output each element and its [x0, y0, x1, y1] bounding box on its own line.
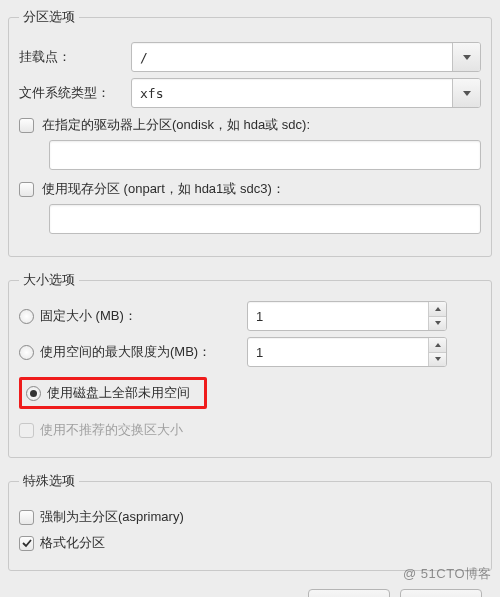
fixed-row: 固定大小 (MB)： 1	[19, 301, 481, 331]
ondisk-checkbox[interactable]	[19, 118, 34, 133]
mount-label: 挂载点：	[19, 48, 131, 66]
grow-radio-row[interactable]: 使用空间的最大限度为(MB)：	[19, 343, 247, 361]
fixed-radio-row[interactable]: 固定大小 (MB)：	[19, 307, 247, 325]
fixed-radio[interactable]	[19, 309, 34, 324]
chevron-down-icon	[435, 357, 441, 361]
grow-spin[interactable]: 1	[247, 337, 447, 367]
ok-button[interactable]: 确定(O)	[400, 589, 482, 597]
mount-dropdown-button[interactable]	[452, 43, 480, 71]
mount-row: 挂载点： /	[19, 42, 481, 72]
format-row[interactable]: 格式化分区	[19, 534, 481, 552]
partition-options-group: 分区选项 挂载点： / 文件系统类型： xfs 在指定的驱	[8, 8, 492, 257]
chevron-up-icon	[435, 343, 441, 347]
fs-combo[interactable]: xfs	[131, 78, 481, 108]
spin-down-button[interactable]	[429, 353, 446, 367]
chevron-up-icon	[435, 307, 441, 311]
fs-row: 文件系统类型： xfs	[19, 78, 481, 108]
chevron-down-icon	[463, 55, 471, 60]
onpart-check-row[interactable]: 使用现存分区 (onpart，如 hda1或 sdc3)：	[19, 180, 481, 198]
onpart-checkbox[interactable]	[19, 182, 34, 197]
fill-label: 使用磁盘上全部未用空间	[47, 384, 190, 402]
dialog-footer: 取消(C) 确定(O)	[8, 585, 492, 597]
partition-legend: 分区选项	[19, 8, 79, 26]
mount-combo[interactable]: /	[131, 42, 481, 72]
onpart-input[interactable]	[49, 204, 481, 234]
fs-label: 文件系统类型：	[19, 84, 131, 102]
fill-radio[interactable]	[26, 386, 41, 401]
spin-down-button[interactable]	[429, 317, 446, 331]
spin-up-button[interactable]	[429, 338, 446, 353]
cancel-button[interactable]: 取消(C)	[308, 589, 390, 597]
fill-row[interactable]: 使用磁盘上全部未用空间	[19, 377, 481, 409]
fs-dropdown-button[interactable]	[452, 79, 480, 107]
check-icon	[22, 538, 32, 548]
fixed-label: 固定大小 (MB)：	[40, 307, 137, 325]
special-legend: 特殊选项	[19, 472, 79, 490]
format-label: 格式化分区	[40, 534, 105, 552]
grow-label: 使用空间的最大限度为(MB)：	[40, 343, 211, 361]
fixed-spin[interactable]: 1	[247, 301, 447, 331]
chevron-down-icon	[463, 91, 471, 96]
format-checkbox[interactable]	[19, 536, 34, 551]
fill-highlight: 使用磁盘上全部未用空间	[19, 377, 207, 409]
spin-up-button[interactable]	[429, 302, 446, 317]
size-legend: 大小选项	[19, 271, 79, 289]
grow-row: 使用空间的最大限度为(MB)： 1	[19, 337, 481, 367]
recswap-label: 使用不推荐的交换区大小	[40, 421, 183, 439]
asprimary-label: 强制为主分区(asprimary)	[40, 508, 184, 526]
chevron-down-icon	[435, 321, 441, 325]
ondisk-input[interactable]	[49, 140, 481, 170]
asprimary-checkbox[interactable]	[19, 510, 34, 525]
size-options-group: 大小选项 固定大小 (MB)： 1 使用空间的最大限度为(MB)： 1	[8, 271, 492, 458]
recswap-row: 使用不推荐的交换区大小	[19, 421, 481, 439]
fixed-value[interactable]: 1	[248, 302, 428, 330]
ondisk-label: 在指定的驱动器上分区(ondisk，如 hda或 sdc):	[42, 116, 310, 134]
fs-value: xfs	[132, 79, 452, 107]
special-options-group: 特殊选项 强制为主分区(asprimary) 格式化分区	[8, 472, 492, 571]
asprimary-row[interactable]: 强制为主分区(asprimary)	[19, 508, 481, 526]
mount-value: /	[132, 43, 452, 71]
recswap-checkbox	[19, 423, 34, 438]
grow-value[interactable]: 1	[248, 338, 428, 366]
onpart-label: 使用现存分区 (onpart，如 hda1或 sdc3)：	[42, 180, 285, 198]
ondisk-check-row[interactable]: 在指定的驱动器上分区(ondisk，如 hda或 sdc):	[19, 116, 481, 134]
grow-radio[interactable]	[19, 345, 34, 360]
